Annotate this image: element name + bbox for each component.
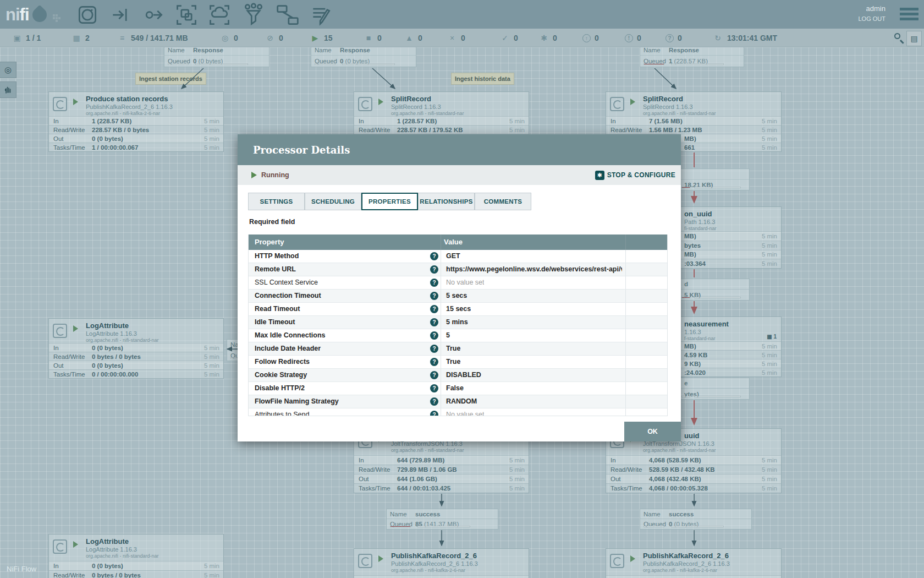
property-value[interactable]: No value set: [446, 411, 484, 416]
status-transmitting: ◎ 0: [220, 29, 238, 47]
connection-label-l4[interactable]: Namesuccess Queued85 (141.37 MB): [386, 509, 498, 530]
help-icon[interactable]: ?: [430, 265, 438, 274]
run-indicator-icon: [378, 99, 383, 105]
tab-properties[interactable]: PROPERTIES: [361, 193, 418, 210]
processor-stat-row: In0 (0 bytes)5 min: [49, 343, 223, 352]
help-icon[interactable]: ?: [430, 292, 438, 300]
connection-queued-row: Queued0 (0 bytes): [311, 56, 416, 67]
processor-icon: [610, 97, 624, 111]
property-row: FlowFile Naming Strategy ? RANDOM: [249, 395, 667, 408]
global-menu-icon[interactable]: [900, 8, 919, 21]
property-value[interactable]: True: [446, 358, 460, 366]
label-ingest-station-records[interactable]: Ingest station records: [135, 73, 206, 85]
processor-stat-row: Out0 (0 bytes)5 min: [49, 134, 223, 143]
refresh-icon[interactable]: ↻: [713, 34, 723, 42]
ok-button[interactable]: OK: [624, 422, 681, 441]
property-value[interactable]: True: [446, 345, 460, 352]
property-value[interactable]: False: [446, 384, 464, 392]
processor-stat-row: Out0 (0 bytes)5 min: [49, 361, 223, 369]
tab-comments[interactable]: COMMENTS: [475, 193, 531, 210]
connection-label-l2[interactable]: NameResponse Queued0 (0 bytes): [311, 44, 416, 67]
processor-icon: [358, 97, 372, 111]
connection-label-l1[interactable]: NameResponse Queued0 (0 bytes): [164, 44, 270, 67]
help-icon[interactable]: ?: [430, 252, 438, 260]
help-icon[interactable]: ?: [430, 331, 438, 340]
running-icon: ▶: [310, 34, 320, 42]
property-row: Max Idle Connections ? 5: [249, 329, 667, 342]
logout-link[interactable]: LOG OUT: [858, 15, 886, 22]
process-group-icon[interactable]: [174, 3, 199, 27]
property-value[interactable]: 5 secs: [446, 292, 467, 299]
status-value: 0: [595, 34, 599, 42]
processor-name: SplitRecord: [391, 95, 431, 103]
search-icon[interactable]: [893, 32, 905, 44]
status-value: 15: [324, 34, 333, 42]
help-icon[interactable]: ?: [430, 345, 438, 353]
help-icon[interactable]: ?: [430, 279, 438, 287]
flow-status-bar: ▣ 1 / 1▦ 2≡ 549 / 141.71 MB◎ 0⊘ 0▶ 15■ 0…: [0, 29, 924, 47]
processor-log-attribute-bottom[interactable]: LogAttribute LogAttribute 1.16.3 org.apa…: [48, 534, 224, 578]
queued-size-bar: [342, 63, 395, 65]
status-sync-failure: ? 0: [666, 29, 682, 47]
help-icon[interactable]: ?: [430, 384, 438, 392]
help-icon[interactable]: ?: [430, 358, 438, 366]
status-value: 0: [279, 34, 283, 42]
funnel-icon[interactable]: [241, 3, 266, 27]
remote-process-group-icon[interactable]: [207, 3, 232, 27]
processor-name: LogAttribute: [86, 321, 129, 330]
navigate-palette-button[interactable]: ◎: [0, 62, 16, 78]
processor-bundle: org.apache.nifi - nifi-standard-nar: [391, 111, 464, 116]
stop-and-configure-button[interactable]: ✱ STOP & CONFIGURE: [595, 171, 675, 180]
help-icon[interactable]: ?: [430, 397, 438, 406]
processor-log-attribute-mid[interactable]: LogAttribute LogAttribute 1.16.3 org.apa…: [48, 318, 224, 379]
property-name: Remote URL: [255, 265, 296, 273]
processor-stat-row: Tasks/Time644 / 00:01:03.4255 min: [354, 483, 529, 493]
processor-bundle: fi-standard-nar: [684, 226, 717, 231]
processor-stat-row: Read/Write228.57 KB / 0 bytes5 min: [49, 125, 223, 134]
processor-name: PublishKafkaRecord_2_6: [391, 552, 477, 560]
input-port-icon[interactable]: [109, 3, 133, 27]
help-icon[interactable]: ?: [430, 305, 438, 313]
locally-modified-icon: ✱: [539, 34, 549, 42]
property-value[interactable]: No value set: [446, 279, 484, 286]
property-value[interactable]: 15 secs: [446, 305, 471, 313]
property-value[interactable]: DISABLED: [446, 371, 481, 379]
bulletin-board-button[interactable]: ▤: [906, 31, 922, 46]
property-row: Follow Redirects ? True: [249, 356, 667, 369]
processor-name: on_uuid: [684, 210, 712, 218]
gear-icon: ✱: [595, 171, 604, 180]
property-value[interactable]: 5: [446, 331, 450, 339]
processor-produce-station-records[interactable]: Produce station records PublishKafkaReco…: [48, 91, 224, 152]
tab-scheduling[interactable]: SCHEDULING: [305, 193, 361, 210]
processor-publish-kafka-center[interactable]: PublishKafkaRecord_2_6 PublishKafkaRecor…: [354, 548, 529, 578]
label-icon[interactable]: [309, 3, 333, 27]
queued-count-bar: [681, 396, 690, 397]
tab-relationships[interactable]: RELATIONSHIPS: [418, 193, 475, 210]
property-row: Attributes to Send ? No value set: [249, 408, 667, 416]
property-name: Disable HTTP/2: [255, 384, 305, 392]
output-port-icon[interactable]: [141, 3, 166, 27]
processor-stat-row: Tasks/Time4,068 / 00:00:05.3285 min: [606, 483, 781, 493]
operate-palette-button[interactable]: [0, 81, 16, 98]
queued-count-bar: [390, 526, 411, 527]
property-name: FlowFile Naming Strategy: [255, 397, 339, 405]
processor-icon[interactable]: [75, 3, 100, 27]
help-icon[interactable]: ?: [430, 411, 438, 416]
processor-bundle: org.apache.nifi - nifi-standard-nar: [643, 448, 716, 453]
help-icon[interactable]: ?: [430, 318, 438, 326]
property-value[interactable]: 5 mins: [446, 318, 468, 326]
help-icon[interactable]: ?: [430, 371, 438, 379]
label-ingest-historic-data[interactable]: Ingest historic data: [451, 73, 514, 85]
connection-queued-row: Queued0 (0 bytes): [164, 56, 269, 67]
connection-label-l5[interactable]: Namesuccess Queued0 (0 bytes): [640, 509, 752, 530]
property-value[interactable]: GET: [446, 252, 460, 260]
processor-publish-kafka-right[interactable]: PublishKafkaRecord_2_6 PublishKafkaRecor…: [606, 548, 782, 578]
property-value[interactable]: https://www.pegelonline.wsv.de/webservic…: [446, 265, 622, 273]
property-value[interactable]: RANDOM: [446, 397, 477, 405]
breadcrumb[interactable]: NiFi Flow: [7, 565, 36, 573]
template-icon[interactable]: [276, 3, 300, 27]
tab-settings[interactable]: SETTINGS: [248, 193, 305, 210]
queued-count-bar: [644, 526, 664, 527]
connection-label-l3[interactable]: NameResponse Queued1 (228.57 KB): [640, 44, 744, 67]
processor-name: LogAttribute: [86, 537, 129, 546]
